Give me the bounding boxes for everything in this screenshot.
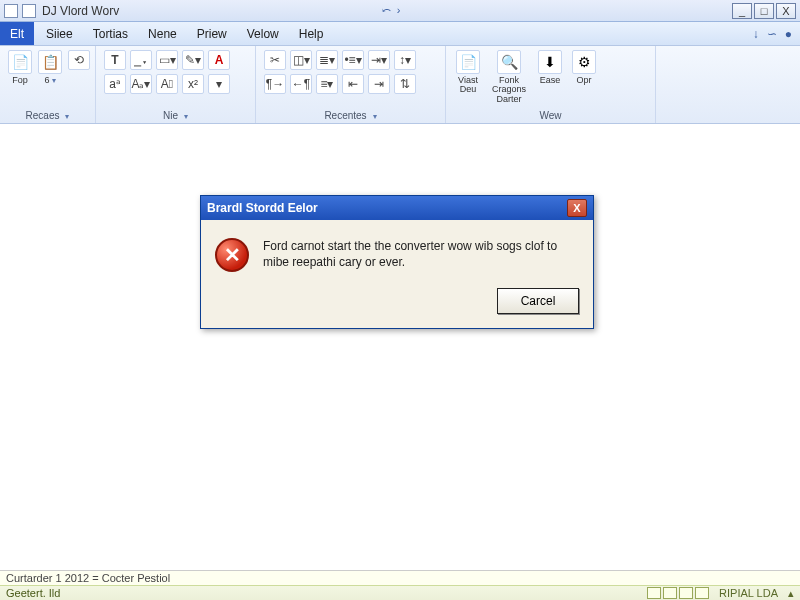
menu-item[interactable]: Nene <box>138 22 187 45</box>
ribbon-btn-ease[interactable]: ⬇ Ease <box>536 50 564 85</box>
ribbon-btn-paste[interactable]: 📄 Fop <box>8 50 32 85</box>
chevron-up-icon[interactable]: ▴ <box>788 587 794 600</box>
ribbon-btn-fonk[interactable]: 🔍 FonkCragonsDarter <box>488 50 530 104</box>
ribbon-group-label: Recentes <box>324 110 366 121</box>
menu-file[interactable]: Elt <box>0 22 34 45</box>
ribbon-btn-fontcolor[interactable]: A <box>208 50 230 70</box>
ribbon-btn-viast[interactable]: 📄 ViastDeu <box>454 50 482 95</box>
dialog-titlebar[interactable]: Brardl Stordd Eelor X <box>201 196 593 220</box>
ribbon-btn-cut[interactable]: ✂ <box>264 50 286 70</box>
app-icon <box>4 4 18 18</box>
window-maximize-button[interactable]: □ <box>754 3 774 19</box>
ribbon-btn-opr[interactable]: ⚙ Opr <box>570 50 598 85</box>
dialog-cancel-button[interactable]: Carcel <box>497 288 579 314</box>
copy-icon: 📋 <box>38 50 62 74</box>
ribbon-btn-rtl[interactable]: ←¶ <box>290 74 312 94</box>
ribbon-group-label: Wew <box>539 110 561 121</box>
ribbon-btn-script[interactable]: x² <box>182 74 204 94</box>
doc-icon <box>22 4 36 18</box>
ribbon-group-label: Nie <box>163 110 178 121</box>
ribbon-btn-small[interactable]: aᵃ <box>104 74 126 94</box>
ribbon: 📄 Fop 📋 6 ⟲ Recaes T ⎯▾ ▭▾ ✎▾ A aᵃ <box>0 46 800 124</box>
dialog-title-text: Brardl Stordd Eelor <box>207 201 567 215</box>
magnifier-icon: 🔍 <box>497 50 521 74</box>
help-icon[interactable]: ● <box>785 27 792 41</box>
error-dialog: Brardl Stordd Eelor X ✕ Ford carnot star… <box>200 195 594 329</box>
ribbon-collapse-icon[interactable]: ∽ <box>767 27 777 41</box>
paste-icon: 📄 <box>8 50 32 74</box>
qat-undo-icon[interactable]: ⤺ <box>382 4 391 17</box>
window-minimize-button[interactable]: _ <box>732 3 752 19</box>
status-line-2-left: Geetert. Ild <box>6 587 60 599</box>
ribbon-btn-text[interactable]: T <box>104 50 126 70</box>
ribbon-btn-outdent[interactable]: ⇤ <box>342 74 364 94</box>
ribbon-btn-ltr[interactable]: ¶→ <box>264 74 286 94</box>
ribbon-btn-underline[interactable]: ⎯▾ <box>130 50 152 70</box>
menu-bar: Elt Siiee Tortias Nene Priew Velow Help … <box>0 22 800 46</box>
ribbon-btn-bullets[interactable]: •≡▾ <box>342 50 364 70</box>
menu-item[interactable]: Siiee <box>36 22 83 45</box>
gear-doc-icon: ⚙ <box>572 50 596 74</box>
ribbon-btn-list[interactable]: ≡▾ <box>316 74 338 94</box>
document-canvas[interactable] <box>0 124 800 570</box>
menu-item[interactable]: Tortias <box>83 22 138 45</box>
ribbon-btn-sort[interactable]: ⇅ <box>394 74 416 94</box>
ribbon-btn-indent2[interactable]: ⇥ <box>368 74 390 94</box>
ribbon-btn-align[interactable]: ≣▾ <box>316 50 338 70</box>
view-mode-icons[interactable] <box>647 587 709 599</box>
window-titlebar: DJ Vlord Worv ⤺ › _ □ X <box>0 0 800 22</box>
ribbon-btn-more[interactable]: ▾ <box>208 74 230 94</box>
ribbon-btn-format-brush[interactable]: ⟲ <box>68 50 90 70</box>
window-title: DJ Vlord Worv <box>42 4 374 18</box>
ribbon-btn-indent[interactable]: ⇥▾ <box>368 50 390 70</box>
qat-redo-icon[interactable]: › <box>397 4 401 17</box>
ribbon-btn-case[interactable]: Aₐ▾ <box>130 74 152 94</box>
window-close-button[interactable]: X <box>776 3 796 19</box>
ribbon-btn-shapes[interactable]: ◫▾ <box>290 50 312 70</box>
doc-down-icon: ⬇ <box>538 50 562 74</box>
ribbon-btn-spacing[interactable]: ↕▾ <box>394 50 416 70</box>
menu-item[interactable]: Velow <box>237 22 289 45</box>
status-bar: Curtarder 1 2012 = Cocter Pestiol Geeter… <box>0 570 800 600</box>
error-icon: ✕ <box>215 238 249 272</box>
status-line-2-right: RIPIAL LDA <box>719 587 778 599</box>
ribbon-btn-clear[interactable]: A⃠ <box>156 74 178 94</box>
menu-item[interactable]: Help <box>289 22 334 45</box>
ribbon-btn-copy[interactable]: 📋 6 <box>38 50 62 85</box>
help-dropdown-icon[interactable]: ↓ <box>753 27 759 41</box>
dialog-message: Ford carnot start the the converter wow … <box>263 238 579 272</box>
status-line-1: Curtarder 1 2012 = Cocter Pestiol <box>6 572 170 584</box>
menu-item[interactable]: Priew <box>187 22 237 45</box>
page-icon: 📄 <box>456 50 480 74</box>
ribbon-btn-border[interactable]: ▭▾ <box>156 50 178 70</box>
ribbon-group-label: Recaes <box>26 110 60 121</box>
ribbon-btn-highlight[interactable]: ✎▾ <box>182 50 204 70</box>
dialog-close-button[interactable]: X <box>567 199 587 217</box>
